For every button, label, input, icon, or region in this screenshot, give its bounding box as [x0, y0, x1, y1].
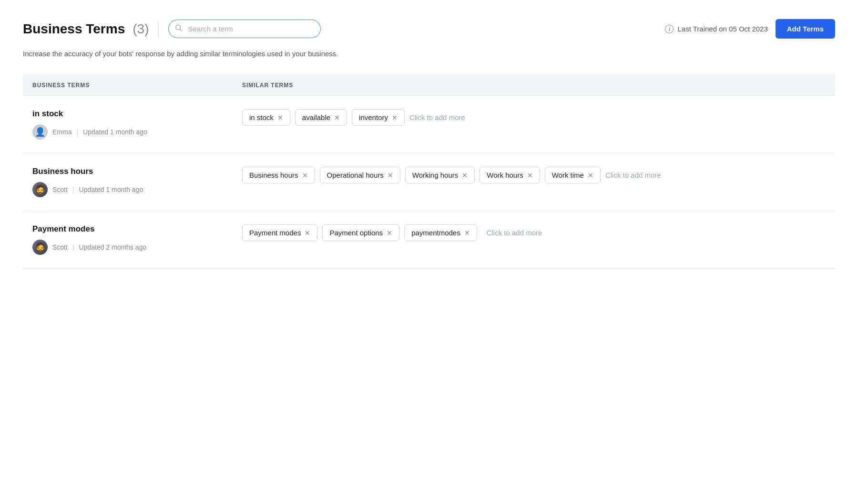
tag-label: Work time	[552, 171, 584, 179]
author-name: Scott	[52, 243, 68, 251]
remove-tag-icon[interactable]: ✕	[277, 114, 283, 121]
remove-tag-icon[interactable]: ✕	[464, 230, 470, 236]
updated-time: Updated 1 month ago	[83, 128, 147, 136]
tag-label: paymentmodes	[411, 229, 460, 237]
col-header-business-terms: BUSINESS TERMS	[32, 82, 242, 89]
term-tag[interactable]: available ✕	[295, 109, 347, 126]
page-header: Business Terms (3) i Last Trained on 05 …	[23, 19, 835, 39]
tag-label: available	[302, 113, 330, 121]
term-meta: 🧔 Scott | Updated 2 months ago	[32, 240, 242, 255]
last-trained-info: i Last Trained on 05 Oct 2023	[665, 25, 767, 33]
remove-tag-icon[interactable]: ✕	[588, 172, 593, 179]
search-input[interactable]	[168, 20, 321, 38]
add-terms-button[interactable]: Add Terms	[776, 19, 835, 39]
tag-label: Working hours	[412, 171, 458, 179]
tag-label: Business hours	[249, 171, 298, 179]
table-header: BUSINESS TERMS SIMILAR TERMS	[23, 75, 835, 96]
tag-label: Payment options	[329, 229, 383, 237]
term-tag[interactable]: in stock ✕	[242, 109, 290, 126]
term-name: in stock	[32, 109, 242, 119]
term-meta: 🧔 Scott | Updated 1 month ago	[32, 182, 242, 197]
tag-label: Operational hours	[327, 171, 384, 179]
avatar-icon: 🧔	[34, 242, 46, 253]
term-info: in stock 👤 Emma | Updated 1 month ago	[32, 109, 242, 140]
term-info: Business hours 🧔 Scott | Updated 1 month…	[32, 167, 242, 197]
last-trained-label: Last Trained on 05 Oct 2023	[677, 25, 767, 33]
updated-time: Updated 1 month ago	[79, 186, 143, 193]
similar-terms-list: Business hours ✕ Operational hours ✕ Wor…	[242, 167, 826, 183]
avatar-icon: 🧔	[34, 184, 46, 195]
search-container	[168, 20, 321, 38]
remove-tag-icon[interactable]: ✕	[388, 172, 393, 179]
remove-tag-icon[interactable]: ✕	[392, 114, 398, 121]
col-header-similar-terms: SIMILAR TERMS	[242, 82, 826, 89]
table-row: in stock 👤 Emma | Updated 1 month ago in…	[23, 96, 835, 153]
table-row: Business hours 🧔 Scott | Updated 1 month…	[23, 153, 835, 211]
remove-tag-icon[interactable]: ✕	[462, 172, 468, 179]
business-terms-table: BUSINESS TERMS SIMILAR TERMS in stock 👤 …	[23, 75, 835, 269]
updated-time: Updated 2 months ago	[79, 243, 147, 251]
term-name: Business hours	[32, 167, 242, 176]
tag-label: Work hours	[487, 171, 523, 179]
term-tag[interactable]: Work time ✕	[545, 167, 601, 183]
term-info: Payment modes 🧔 Scott | Updated 2 months…	[32, 224, 242, 255]
term-tag[interactable]: inventory ✕	[352, 109, 405, 126]
click-to-add[interactable]: Click to add more	[409, 113, 465, 121]
tag-label: inventory	[359, 113, 388, 121]
tag-label: in stock	[249, 113, 274, 121]
term-tag[interactable]: Work hours ✕	[480, 167, 540, 183]
avatar: 🧔	[32, 240, 48, 255]
remove-tag-icon[interactable]: ✕	[387, 230, 392, 236]
avatar-icon: 👤	[35, 127, 45, 137]
term-tag[interactable]: Working hours ✕	[405, 167, 475, 183]
page-title: Business Terms	[23, 21, 125, 37]
term-meta: 👤 Emma | Updated 1 month ago	[32, 124, 242, 140]
divider	[158, 21, 159, 37]
tag-label: Payment modes	[249, 229, 301, 237]
avatar: 🧔	[32, 182, 48, 197]
term-tag[interactable]: paymentmodes ✕	[404, 224, 477, 241]
author-name: Emma	[52, 128, 72, 136]
term-count: (3)	[133, 21, 149, 37]
term-tag[interactable]: Payment modes ✕	[242, 224, 317, 241]
avatar: 👤	[32, 124, 48, 140]
term-name: Payment modes	[32, 224, 242, 234]
click-to-add[interactable]: Click to add more	[605, 171, 661, 179]
click-to-add[interactable]: Click to add more	[487, 229, 542, 237]
table-row: Payment modes 🧔 Scott | Updated 2 months…	[23, 211, 835, 269]
term-tag[interactable]: Business hours ✕	[242, 167, 315, 183]
similar-terms-list: Payment modes ✕ Payment options ✕ paymen…	[242, 224, 826, 241]
term-tag[interactable]: Operational hours ✕	[320, 167, 400, 183]
remove-tag-icon[interactable]: ✕	[305, 230, 310, 236]
remove-tag-icon[interactable]: ✕	[334, 114, 340, 121]
remove-tag-icon[interactable]: ✕	[527, 172, 533, 179]
info-icon: i	[665, 25, 674, 33]
page-description: Increase the accuracy of your bots' resp…	[23, 48, 357, 60]
remove-tag-icon[interactable]: ✕	[302, 172, 308, 179]
term-tag[interactable]: Payment options ✕	[322, 224, 399, 241]
similar-terms-list: in stock ✕ available ✕ inventory ✕ Click…	[242, 109, 826, 126]
author-name: Scott	[52, 186, 68, 193]
